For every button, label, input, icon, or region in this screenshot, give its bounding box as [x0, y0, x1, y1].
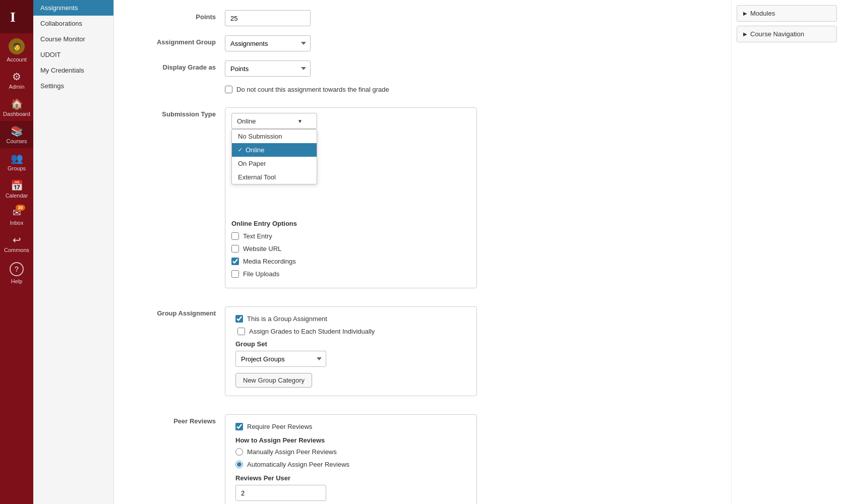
- assign-grades-individually-checkbox[interactable]: [237, 328, 245, 335]
- assignment-group-control: Assignments: [225, 35, 477, 51]
- center-panel: Points Assignment Group Assignments Disp…: [114, 0, 731, 504]
- nav-label-help: Help: [11, 278, 23, 284]
- no-count-label-spacer: [124, 86, 225, 89]
- dropdown-item-external-tool[interactable]: External Tool: [232, 170, 317, 184]
- reviews-per-user-area: Reviews Per User: [235, 474, 466, 501]
- website-url-label[interactable]: Website URL: [231, 245, 470, 253]
- avatar: 🧑: [9, 38, 25, 54]
- nav-item-calendar[interactable]: 📅 Calendar: [0, 175, 33, 203]
- content-wrapper: Points Assignment Group Assignments Disp…: [114, 0, 842, 504]
- dropdown-item-on-paper[interactable]: On Paper: [232, 157, 317, 170]
- dropdown-item-online[interactable]: ✓ Online: [232, 143, 317, 157]
- nav-label-account: Account: [7, 56, 27, 62]
- submission-type-selected-display[interactable]: Online ▼: [231, 113, 317, 129]
- website-url-checkbox[interactable]: [231, 245, 239, 253]
- file-uploads-label[interactable]: File Uploads: [231, 270, 470, 278]
- auto-assign-radio[interactable]: [235, 461, 243, 468]
- right-panel: ▶ Modules ▶ Course Navigation: [731, 0, 842, 504]
- groups-icon: 👥: [11, 153, 23, 163]
- points-input[interactable]: [225, 10, 311, 26]
- assignment-group-select[interactable]: Assignments: [225, 35, 311, 51]
- nav-item-commons[interactable]: ↩ Commons: [0, 230, 33, 257]
- nav-label-inbox: Inbox: [10, 220, 24, 226]
- calendar-icon: 📅: [11, 180, 23, 191]
- display-grade-control: Points Percentage Complete/Incomplete Le…: [225, 60, 477, 77]
- chevron-right-icon: ▶: [743, 11, 747, 16]
- inbox-badge-container: ✉ 30: [13, 208, 21, 218]
- nav-item-groups[interactable]: 👥 Groups: [0, 148, 33, 175]
- online-entry-heading: Online Entry Options: [231, 220, 470, 227]
- peer-reviews-section: Require Peer Reviews How to Assign Peer …: [225, 414, 477, 504]
- inbox-badge-count: 30: [16, 205, 25, 211]
- reviews-per-user-label: Reviews Per User: [235, 474, 466, 482]
- reviews-per-user-input[interactable]: [235, 485, 326, 501]
- points-control: [225, 10, 477, 26]
- nav-item-admin[interactable]: ⚙ Admin: [0, 67, 33, 94]
- group-set-area: Group Set Project Groups: [235, 340, 466, 367]
- nav-item-account[interactable]: 🧑 Account: [0, 33, 33, 67]
- peer-reviews-row: Peer Reviews Require Peer Reviews How to…: [124, 414, 716, 504]
- assign-grades-individually-label[interactable]: Assign Grades to Each Student Individual…: [237, 328, 466, 335]
- group-set-label: Group Set: [235, 340, 466, 348]
- peer-reviews-control: Require Peer Reviews How to Assign Peer …: [225, 414, 477, 504]
- auto-assign-label[interactable]: Automatically Assign Peer Reviews: [235, 461, 466, 468]
- group-assignment-row: Group Assignment This is a Group Assignm…: [124, 306, 716, 405]
- secondary-nav-my-credentials[interactable]: My Credentials: [33, 62, 113, 78]
- dropdown-item-no-submission[interactable]: No Submission: [232, 130, 317, 143]
- no-count-checkbox[interactable]: [225, 86, 232, 93]
- points-label: Points: [124, 10, 225, 21]
- courses-icon: 📚: [11, 126, 23, 136]
- modules-button[interactable]: ▶ Modules: [737, 5, 837, 22]
- nav-item-help[interactable]: ? Help: [0, 257, 33, 288]
- commons-icon: ↩: [13, 235, 21, 245]
- text-entry-checkbox[interactable]: [231, 232, 239, 240]
- group-assignment-checkbox[interactable]: [235, 315, 243, 323]
- new-group-category-area: New Group Category: [235, 373, 466, 388]
- no-count-text: Do not count this assignment towards the…: [236, 86, 389, 93]
- peer-reviews-label: Peer Reviews: [124, 414, 225, 425]
- secondary-nav-udoit[interactable]: UDOIT: [33, 47, 113, 62]
- nav-item-dashboard[interactable]: 🏠 Dashboard: [0, 94, 33, 121]
- display-grade-label: Display Grade as: [124, 60, 225, 71]
- submission-type-label: Submission Type: [124, 107, 225, 118]
- group-assignment-check-label[interactable]: This is a Group Assignment: [235, 315, 466, 323]
- no-count-checkbox-label[interactable]: Do not count this assignment towards the…: [225, 86, 477, 93]
- display-grade-row: Display Grade as Points Percentage Compl…: [124, 60, 716, 77]
- secondary-nav-course-monitor[interactable]: Course Monitor: [33, 31, 113, 47]
- display-grade-select[interactable]: Points Percentage Complete/Incomplete Le…: [225, 60, 311, 77]
- assignment-group-row: Assignment Group Assignments: [124, 35, 716, 51]
- new-group-category-button[interactable]: New Group Category: [235, 373, 312, 388]
- nav-label-courses: Courses: [7, 138, 27, 144]
- manually-assign-radio[interactable]: [235, 448, 243, 456]
- submission-type-section: Online ▼ No Submission ✓ Online: [225, 107, 477, 288]
- submission-type-value: Online: [237, 117, 256, 125]
- text-entry-label[interactable]: Text Entry: [231, 232, 470, 240]
- secondary-nav-collaborations[interactable]: Collaborations: [33, 16, 113, 31]
- submission-type-dropdown: Online ▼ No Submission ✓ Online: [231, 113, 317, 129]
- dashboard-icon: 🏠: [11, 99, 23, 109]
- nav-item-courses[interactable]: 📚 Courses: [0, 121, 33, 148]
- svg-text:I: I: [10, 9, 16, 25]
- media-recordings-label[interactable]: Media Recordings: [231, 258, 470, 265]
- manually-assign-label[interactable]: Manually Assign Peer Reviews: [235, 448, 466, 456]
- group-set-select[interactable]: Project Groups: [235, 351, 326, 367]
- secondary-nav-assignments[interactable]: Assignments: [33, 0, 113, 16]
- require-peer-reviews-label[interactable]: Require Peer Reviews: [235, 423, 466, 430]
- require-peer-reviews-checkbox[interactable]: [235, 423, 243, 430]
- online-entry-options: Online Entry Options Text Entry Website …: [231, 220, 470, 278]
- group-assignment-control: This is a Group Assignment Assign Grades…: [225, 306, 477, 405]
- secondary-nav-settings[interactable]: Settings: [33, 78, 113, 94]
- group-assignment-label: Group Assignment: [124, 306, 225, 317]
- no-count-row: Do not count this assignment towards the…: [124, 86, 716, 98]
- nav-item-inbox[interactable]: ✉ 30 Inbox: [0, 203, 33, 230]
- media-recordings-checkbox[interactable]: [231, 258, 239, 265]
- help-icon: ?: [10, 262, 24, 276]
- dropdown-arrow-icon: ▼: [297, 118, 303, 124]
- logo-area: I: [0, 0, 33, 33]
- how-to-assign-heading: How to Assign Peer Reviews: [235, 436, 466, 444]
- assignment-group-label: Assignment Group: [124, 35, 225, 46]
- file-uploads-checkbox[interactable]: [231, 270, 239, 278]
- icon-nav: I 🧑 Account ⚙ Admin 🏠 Dashboard 📚 Course…: [0, 0, 33, 504]
- chevron-right-icon-2: ▶: [743, 31, 747, 37]
- course-navigation-button[interactable]: ▶ Course Navigation: [737, 26, 837, 42]
